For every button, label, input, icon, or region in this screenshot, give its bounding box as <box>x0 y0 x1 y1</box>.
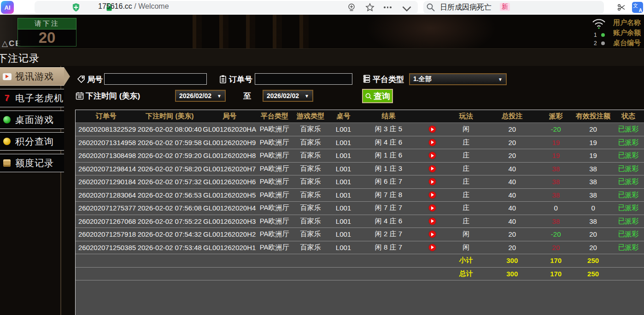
cell-valid_bet: 250 <box>574 268 613 280</box>
points-query-icon <box>2 137 12 146</box>
platform-type-select[interactable]: 1.全部▼ <box>409 73 507 85</box>
table-empty-area <box>76 280 644 315</box>
cell-order_id: 260202081322529 <box>76 123 136 136</box>
cell-platform: 平台类型 <box>256 110 293 122</box>
cell-platform <box>256 268 293 280</box>
cell-result: 闲 4 庄 6 <box>359 136 419 149</box>
user-name-label: 用户名称 <box>613 18 641 27</box>
replay-play-icon[interactable] <box>429 139 436 146</box>
bookmark-star-icon[interactable] <box>365 3 375 12</box>
cell-platform: PA欧洲厅 <box>256 241 293 254</box>
replay-play-icon[interactable] <box>429 192 436 198</box>
cell-order_id: 260202071314958 <box>76 136 136 149</box>
cell-order_id: 260202071308498 <box>76 149 136 162</box>
table-header-row: 订单号下注时间 (美东)局号平台类型游戏类型桌号结果玩法总投注派彩有效投注额状态 <box>76 110 644 123</box>
cell-game_type: 百家乐 <box>293 189 328 202</box>
cell-result: 闲 6 庄 7 <box>359 175 419 188</box>
cell-game_type: 百家乐 <box>293 228 328 241</box>
replay-play-icon[interactable] <box>429 165 436 172</box>
query-button[interactable]: 查询 <box>362 89 393 103</box>
cell-status: 已派彩 <box>613 202 644 215</box>
sidebar-item-5[interactable]: 额度记录 <box>0 154 64 172</box>
cell-total_bet: 20 <box>486 136 538 149</box>
cell-play_type: 庄 <box>446 175 486 188</box>
date-to-select[interactable]: 2026/02/02▼ <box>263 90 313 102</box>
cell-payout: 38 <box>538 215 574 228</box>
cell-total_bet: 40 <box>486 175 538 188</box>
ai-extension-icon[interactable]: AI <box>1 1 14 14</box>
cell-bet_time: 2026-02-02 08:00:40 <box>136 123 203 136</box>
bet-records-table: 订单号下注时间 (美东)局号平台类型游戏类型桌号结果玩法总投注派彩有效投注额状态… <box>75 110 644 315</box>
sidebar-item-2[interactable]: 7电子老虎机 <box>0 89 64 107</box>
address-bar[interactable] <box>35 1 418 14</box>
to-label: 至 <box>243 91 251 101</box>
cell-bet_time: 2026-02-02 07:54:32 <box>136 228 203 241</box>
cell-platform: PA欧洲厅 <box>256 228 293 241</box>
table-row: 2602020713149582026-02-02 07:59:58GL0012… <box>76 136 644 150</box>
replay-play-icon[interactable] <box>429 231 436 238</box>
sidebar-item-label: 电子老虎机 <box>15 92 64 105</box>
shield-plus-icon <box>71 3 81 12</box>
sidebar-item-1[interactable]: 视讯游戏 <box>0 67 64 86</box>
table-row: 2602020712984142026-02-02 07:58:20GL0012… <box>76 163 644 176</box>
cell-payout: 170 <box>538 268 574 280</box>
bet-time-label: 下注时间 (美东) <box>86 91 140 101</box>
replay-play-icon[interactable] <box>429 218 436 225</box>
search-query-text[interactable]: 日所成因病死亡 <box>440 3 492 12</box>
scissors-icon[interactable] <box>617 3 626 12</box>
cell-valid_bet: 19 <box>574 136 613 149</box>
chevron-down-icon[interactable] <box>402 4 411 13</box>
replay-play-icon[interactable] <box>429 204 436 211</box>
cell-game_type: 百家乐 <box>293 136 328 149</box>
table-row: 2602020712670682026-02-02 07:55:22GL0012… <box>76 215 644 228</box>
date-from-select[interactable]: 2026/02/02▼ <box>175 90 226 102</box>
order-id-input[interactable] <box>255 73 352 85</box>
cell-payout: 0 <box>538 202 574 215</box>
cell-game_type: 百家乐 <box>293 123 328 136</box>
wifi-signal-icon <box>591 18 607 29</box>
cell-table_id <box>328 268 359 280</box>
cell-platform: PA欧洲厅 <box>256 202 293 215</box>
cell-table_id: L001 <box>328 228 359 241</box>
cell-bet_time <box>136 254 203 267</box>
cell-round_id: GL001262020HA <box>203 123 256 136</box>
sidebar-item-4[interactable]: 积分查询 <box>0 132 64 151</box>
table-row: 2602020712753772026-02-02 07:56:08GL0012… <box>76 202 644 215</box>
cell-round_id: GL001262020H3 <box>203 215 256 228</box>
cell-valid_bet: 有效投注额 <box>574 110 613 122</box>
cell-order_id: 260202071267068 <box>76 215 136 228</box>
cell-play_type: 闲 <box>446 228 486 241</box>
cell-total_bet: 20 <box>486 149 538 162</box>
translate-icon[interactable]: 文A <box>632 2 643 13</box>
cell-result: 闲 1 庄 3 <box>359 163 419 175</box>
order-id-label: 订单号 <box>229 74 252 85</box>
replay-play-icon[interactable] <box>429 178 436 185</box>
cell-result: 闲 8 庄 7 <box>359 241 419 254</box>
cell-result: 结果 <box>359 110 419 122</box>
calendar-icon <box>75 91 84 100</box>
replay-play-icon[interactable] <box>429 126 436 133</box>
cell-total_bet: 20 <box>486 241 538 254</box>
cell-status: 已派彩 <box>613 149 644 162</box>
dealer-silhouette <box>299 15 539 48</box>
cell-valid_bet: 20 <box>574 241 613 254</box>
sidebar-item-label: 积分查询 <box>15 135 54 148</box>
sidebar-item-3[interactable]: 桌面游戏 <box>0 111 64 129</box>
video-game-icon <box>2 72 12 81</box>
replay-play-icon[interactable] <box>429 244 436 251</box>
cell-table_id: L001 <box>328 136 359 149</box>
table-row: 2602020813225292026-02-02 08:00:40GL0012… <box>76 123 644 136</box>
cell-valid_bet: 38 <box>574 189 613 202</box>
cell-game_type: 游戏类型 <box>293 110 328 122</box>
cell-order_id: 260202071275377 <box>76 202 136 215</box>
cell-platform: PA欧洲厅 <box>256 149 293 162</box>
cell-order_id: 260202071250385 <box>76 241 136 254</box>
url-text[interactable]: 175616.cc / Welcome <box>98 2 169 11</box>
save-download-icon[interactable] <box>347 3 356 12</box>
cell-payout: 38 <box>538 189 574 202</box>
replay-play-icon[interactable] <box>429 152 436 159</box>
round-id-input[interactable] <box>104 73 207 85</box>
cell-bet_time: 2026-02-02 07:59:58 <box>136 136 203 149</box>
more-options-icon[interactable] <box>384 6 392 8</box>
cell-status <box>613 268 644 280</box>
